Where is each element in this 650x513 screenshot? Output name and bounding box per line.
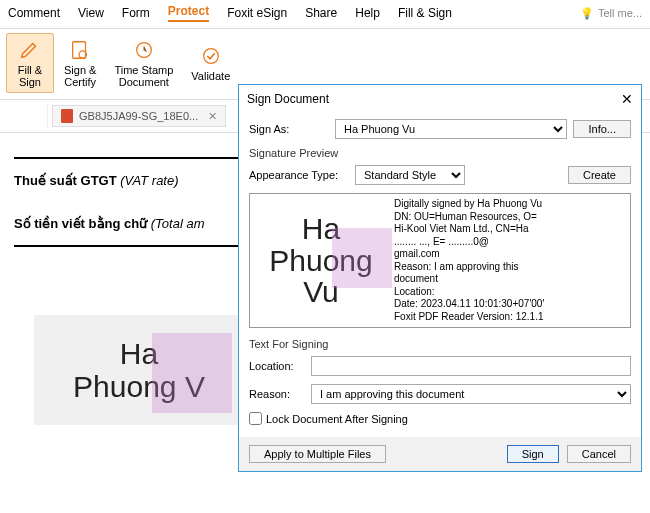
preview-meta: Digitally signed by Ha Phuong Vu DN: OU=… [394, 198, 624, 323]
svg-rect-4 [61, 109, 73, 123]
certify-icon [68, 38, 92, 62]
pdf-icon [61, 109, 73, 123]
pen-icon [18, 38, 42, 62]
menu-fill-sign[interactable]: Fill & Sign [398, 6, 452, 20]
time-stamp-button[interactable]: Time Stamp Document [106, 33, 181, 93]
menu-help[interactable]: Help [355, 6, 380, 20]
menu-view[interactable]: View [78, 6, 104, 20]
menu-protect[interactable]: Protect [168, 4, 209, 22]
reason-label: Reason: [249, 388, 305, 400]
validate-button[interactable]: Validate [183, 33, 238, 93]
watermark-icon [152, 333, 232, 413]
menu-form[interactable]: Form [122, 6, 150, 20]
signature-placeholder: Ha Phuong V [34, 315, 244, 425]
lock-checkbox[interactable] [249, 412, 262, 425]
clock-icon [132, 38, 156, 62]
tell-me[interactable]: 💡 Tell me... [580, 7, 642, 20]
document-tab[interactable]: GB8J5JA99-SG_18E0... ✕ [52, 105, 226, 127]
reason-select[interactable]: I am approving this document [311, 384, 631, 404]
create-button[interactable]: Create [568, 166, 631, 184]
menu-share[interactable]: Share [305, 6, 337, 20]
watermark-icon [332, 228, 392, 288]
fill-sign-button[interactable]: Fill & Sign [6, 33, 54, 93]
appearance-type-label: Appearance Type: [249, 169, 349, 181]
apply-multiple-button[interactable]: Apply to Multiple Files [249, 445, 386, 463]
close-icon[interactable]: ✕ [208, 110, 217, 123]
sign-document-dialog: Sign Document ✕ Sign As: Ha Phuong Vu In… [238, 84, 642, 472]
info-button[interactable]: Info... [573, 120, 631, 138]
location-input[interactable] [311, 356, 631, 376]
signature-preview-label: Signature Preview [249, 147, 631, 159]
text-for-signing-label: Text For Signing [249, 338, 631, 350]
close-icon[interactable]: ✕ [621, 91, 633, 107]
sign-as-label: Sign As: [249, 123, 329, 135]
sidebar-toggle[interactable] [8, 104, 48, 128]
check-icon [199, 44, 223, 68]
dialog-title: Sign Document [247, 92, 329, 106]
tab-label: GB8J5JA99-SG_18E0... [79, 110, 198, 122]
appearance-type-select[interactable]: Standard Style [355, 165, 465, 185]
dialog-footer: Apply to Multiple Files Sign Cancel [239, 437, 641, 471]
sign-button[interactable]: Sign [507, 445, 559, 463]
lock-label: Lock Document After Signing [266, 413, 408, 425]
signature-preview: Ha Phuong Vu Digitally signed by Ha Phuo… [249, 193, 631, 328]
menu-bar: Comment View Form Protect Foxit eSign Sh… [0, 0, 650, 29]
preview-name: Ha Phuong Vu [256, 198, 386, 323]
sign-as-select[interactable]: Ha Phuong Vu [335, 119, 567, 139]
location-label: Location: [249, 360, 305, 372]
menu-comment[interactable]: Comment [8, 6, 60, 20]
cancel-button[interactable]: Cancel [567, 445, 631, 463]
sign-certify-button[interactable]: Sign & Certify [56, 33, 104, 93]
svg-point-3 [203, 49, 218, 64]
bulb-icon: 💡 [580, 7, 594, 20]
menu-foxit-esign[interactable]: Foxit eSign [227, 6, 287, 20]
dialog-titlebar: Sign Document ✕ [239, 85, 641, 113]
